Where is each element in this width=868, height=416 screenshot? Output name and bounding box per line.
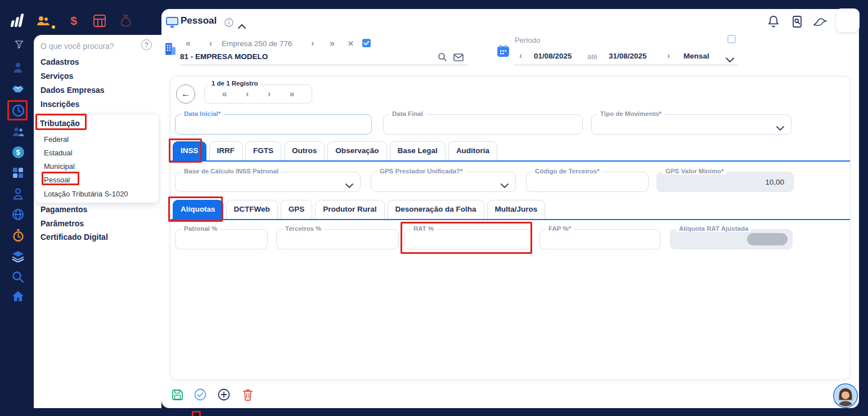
period-checkbox[interactable] [727,35,736,43]
period-end-date[interactable]: 31/08/2025 [609,52,647,60]
moneybag-module-icon[interactable] [118,14,133,28]
people-nav-icon[interactable] [11,125,25,138]
rat-field[interactable]: RAT % [404,229,531,249]
page-title: Pessoal [181,15,217,26]
sidebar-item-cadastros[interactable]: Cadastros [41,57,79,66]
sidebar-item-parametros[interactable]: Parâmetros [41,219,84,228]
period-start-date[interactable]: 01/08/2025 [534,52,572,60]
clock-nav-icon[interactable] [11,104,25,117]
tab-fgts[interactable]: FGTS [245,141,281,160]
person-nav-icon[interactable] [11,61,25,74]
subtab-aliquotas[interactable]: Alíquotas [173,200,223,219]
save-button[interactable] [171,388,183,401]
employees-module-icon[interactable] [36,14,51,28]
notification-dot [52,25,55,29]
fap-field[interactable]: FAP %* [539,229,660,249]
period-next-button[interactable]: › [667,51,670,60]
subtab-produtor-rural[interactable]: Produtor Rural [315,200,384,219]
person-key-nav-icon[interactable] [11,187,25,200]
company-close-button[interactable]: ✕ [348,40,354,47]
submenu-item-municipal[interactable]: Municipal [44,162,75,171]
record-first-button[interactable]: « [222,90,227,99]
terceiros-field[interactable]: Terceiros % [276,229,399,249]
app-logo[interactable] [9,12,27,30]
codigo-terceiros-field[interactable]: Código de Terceiros* [526,172,649,192]
tab-observacao[interactable]: Observação [327,141,386,160]
submenu-item-estadual[interactable]: Estadual [44,149,73,157]
company-prev-button[interactable]: ‹ [209,39,212,48]
dollar-module-icon[interactable]: $ [66,14,81,28]
subtab-desoneracao-folha[interactable]: Desoneração da Folha [388,200,484,219]
add-button[interactable] [218,388,230,401]
data-inicial-field[interactable]: Data Inicial* [175,114,372,135]
record-prev-button[interactable]: ‹ [246,90,249,99]
apps-grid-nav-icon[interactable] [11,166,25,180]
subtab-multa-juros[interactable]: Multa/Juros [487,200,546,219]
record-form-card: ← 1 de 1 Registro « ‹ › » Data Inicial* … [170,76,851,380]
confirm-button[interactable] [194,388,206,401]
search-nav-icon[interactable] [11,270,25,284]
help-icon[interactable]: ? [141,39,152,50]
back-button[interactable]: ← [176,84,195,104]
sidebar-item-pagamentos[interactable]: Pagamentos [41,205,87,214]
bell-icon[interactable] [768,15,779,30]
company-checkbox[interactable] [362,39,371,50]
gps-prestador-field[interactable]: GPS Prestador Unificada?* [371,172,516,192]
aliquota-rat-ajustada-field: Alíquota RAT Ajustada [670,229,793,249]
dollar-circle-nav-icon[interactable]: $ [11,145,25,159]
tab-auditoria[interactable]: Auditoria [448,141,497,160]
submenu-item-pessoal[interactable]: Pessoal [44,176,70,184]
submenu-item-lotacao-tributaria[interactable]: Lotação Tributária S-1020 [44,190,128,198]
company-next-button[interactable]: › [311,39,314,48]
chevron-down-icon[interactable] [345,180,353,190]
aliquota-rat-ajustada-label: Alíquota RAT Ajustada [676,225,751,232]
bird-icon[interactable] [813,16,827,30]
globe-nav-icon[interactable] [11,208,25,221]
company-last-button[interactable]: » [330,39,335,48]
terceiros-label: Terceiros % [282,225,324,232]
company-search-icon[interactable] [438,52,447,64]
base-calculo-inss-field[interactable]: Base de Cálculo INSS Patronal [175,172,361,192]
annotation-box-bottom-fragment [192,411,201,416]
sidebar-item-inscricoes[interactable]: Inscrições [41,100,79,109]
file-search-icon[interactable] [791,15,803,30]
layers-nav-icon[interactable] [11,249,25,263]
subtab-dctfweb[interactable]: DCTFWeb [226,200,278,219]
mail-icon[interactable] [453,53,464,64]
sidebar-item-certificado-digital[interactable]: Certificado Digital [41,232,108,241]
chevron-down-icon[interactable] [501,180,509,190]
tab-inss[interactable]: INSS [173,141,206,160]
period-mode-select[interactable]: Mensal [683,52,709,60]
tab-base-legal[interactable]: Base Legal [390,141,446,160]
filter-icon[interactable] [15,40,24,51]
dollar-circle-glyph: $ [12,146,24,158]
tipo-movimento-field[interactable]: Tipo de Movimento* [591,114,791,135]
record-next-button[interactable]: › [268,90,271,99]
record-last-button[interactable]: » [289,90,294,99]
period-mode-chevron-icon[interactable] [726,55,734,65]
gps-valor-minimo-label: GPS Valor Mínimo* [663,168,727,175]
chevron-down-icon[interactable] [776,123,784,133]
sidebar-item-tributacao[interactable]: Tributação [40,119,80,128]
data-final-field[interactable]: Data Final [383,114,583,135]
home-nav-icon[interactable] [11,289,25,303]
period-prev-button[interactable]: ‹ [519,51,522,60]
table-module-icon[interactable] [92,14,107,28]
company-first-button[interactable]: « [186,39,191,48]
sidebar-item-servicos[interactable]: Serviços [41,71,73,80]
dollar-glyph: $ [70,14,77,28]
avatar[interactable] [833,383,858,408]
tab-outros[interactable]: Outros [284,141,325,160]
tab-irrf[interactable]: IRRF [209,141,243,160]
collapse-chevron-up-icon[interactable] [238,21,246,31]
delete-button[interactable] [241,388,254,401]
patronal-field[interactable]: Patronal % [175,229,268,249]
handshake-nav-icon[interactable] [11,82,25,96]
submenu-item-federal[interactable]: Federal [44,135,69,144]
subtab-gps[interactable]: GPS [281,200,313,219]
info-icon[interactable] [224,18,233,29]
user-menu-button[interactable] [836,9,859,32]
sidebar-item-dados-empresas[interactable]: Dados Empresas [41,86,105,95]
timer-nav-icon[interactable] [11,229,25,242]
search-input[interactable] [41,39,135,53]
